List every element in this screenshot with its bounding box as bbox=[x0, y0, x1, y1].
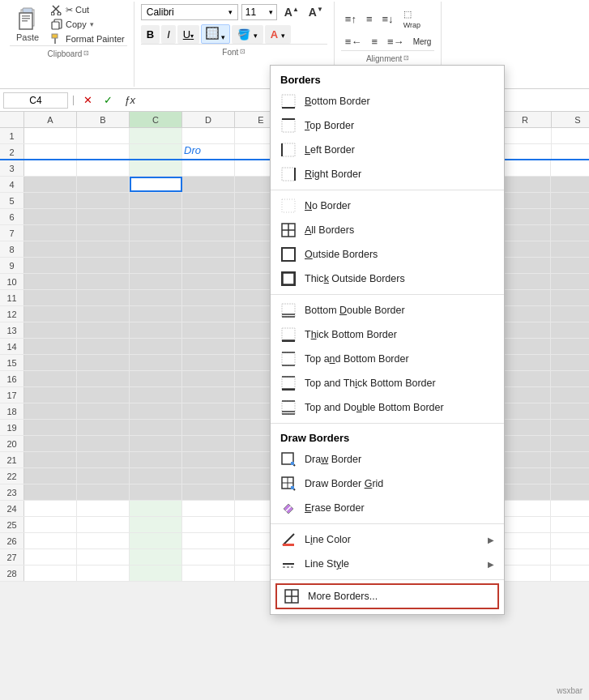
row-header-11[interactable]: 11 bbox=[0, 290, 24, 305]
cell-D7[interactable] bbox=[182, 225, 235, 241]
cell-D24[interactable] bbox=[182, 501, 235, 516]
cell-R17[interactable] bbox=[498, 387, 551, 403]
cell-B20[interactable] bbox=[77, 436, 130, 451]
cell-A13[interactable] bbox=[24, 322, 77, 338]
cell-C6[interactable] bbox=[130, 209, 182, 224]
cell-C8[interactable] bbox=[130, 241, 182, 257]
row-header-27[interactable]: 27 bbox=[0, 549, 24, 565]
insert-function-button[interactable]: ƒx bbox=[120, 92, 139, 109]
cell-B14[interactable] bbox=[77, 339, 130, 354]
cell-D8[interactable] bbox=[182, 241, 235, 257]
font-color-button[interactable]: A ▾ bbox=[265, 25, 291, 44]
dropdown-item-no-border[interactable]: No Border bbox=[271, 194, 504, 218]
cell-B13[interactable] bbox=[77, 322, 130, 338]
cell-S4[interactable] bbox=[551, 177, 589, 192]
cell-A27[interactable] bbox=[24, 549, 77, 565]
cell-R23[interactable] bbox=[498, 484, 551, 500]
cell-B17[interactable] bbox=[77, 387, 130, 403]
dropdown-item-erase-border[interactable]: Erase Border bbox=[271, 496, 504, 520]
dropdown-item-more-borders[interactable]: More Borders... bbox=[275, 583, 499, 609]
cell-S2[interactable] bbox=[552, 144, 589, 159]
cell-C7[interactable] bbox=[130, 225, 182, 241]
cell-S19[interactable] bbox=[551, 420, 589, 435]
cell-B28[interactable] bbox=[77, 566, 130, 581]
cell-S26[interactable] bbox=[551, 533, 589, 548]
dropdown-item-draw-border-grid[interactable]: Draw Border Grid bbox=[271, 472, 504, 496]
cell-R12[interactable] bbox=[498, 306, 551, 322]
cell-R19[interactable] bbox=[498, 420, 551, 435]
cell-reference-box[interactable] bbox=[3, 92, 68, 109]
col-header-R[interactable]: R bbox=[499, 112, 552, 127]
cell-A8[interactable] bbox=[24, 241, 77, 257]
cell-S17[interactable] bbox=[551, 387, 589, 403]
cut-button[interactable]: ✂ Cut bbox=[49, 3, 127, 16]
cell-D20[interactable] bbox=[182, 436, 235, 451]
align-center-button[interactable]: ≡ bbox=[367, 33, 382, 50]
cell-C16[interactable] bbox=[130, 371, 182, 386]
cell-D6[interactable] bbox=[182, 209, 235, 224]
row-header-9[interactable]: 9 bbox=[0, 258, 24, 273]
cell-A20[interactable] bbox=[24, 436, 77, 451]
col-header-C[interactable]: C bbox=[130, 112, 182, 127]
cell-B25[interactable] bbox=[77, 517, 130, 532]
cell-S13[interactable] bbox=[551, 322, 589, 338]
fill-color-button[interactable]: 🪣 ▾ bbox=[232, 25, 263, 44]
cell-A11[interactable] bbox=[24, 290, 77, 305]
cell-S5[interactable] bbox=[551, 193, 589, 208]
font-expand-icon[interactable]: ⊡ bbox=[240, 48, 245, 55]
cell-D1[interactable] bbox=[182, 128, 235, 143]
cell-D12[interactable] bbox=[182, 306, 235, 322]
cell-A6[interactable] bbox=[24, 209, 77, 224]
underline-button[interactable]: U▾ bbox=[177, 25, 199, 44]
cell-D19[interactable] bbox=[182, 420, 235, 435]
row-header-15[interactable]: 15 bbox=[0, 355, 24, 370]
dropdown-item-left-border[interactable]: Left Border bbox=[271, 138, 504, 162]
cell-C10[interactable] bbox=[130, 274, 182, 289]
cell-S14[interactable] bbox=[551, 339, 589, 354]
cell-C13[interactable] bbox=[130, 322, 182, 338]
cell-B22[interactable] bbox=[77, 468, 130, 484]
cell-B19[interactable] bbox=[77, 420, 130, 435]
cell-R5[interactable] bbox=[498, 193, 551, 208]
cell-A26[interactable] bbox=[24, 533, 77, 548]
row-header-20[interactable]: 20 bbox=[0, 436, 24, 451]
cell-A15[interactable] bbox=[24, 355, 77, 370]
cell-R4[interactable] bbox=[498, 177, 551, 192]
cell-D2[interactable]: Dro bbox=[182, 144, 235, 159]
row-header-14[interactable]: 14 bbox=[0, 339, 24, 354]
dropdown-item-line-style[interactable]: Line Style ▶ bbox=[271, 552, 504, 576]
cell-A24[interactable] bbox=[24, 501, 77, 516]
cancel-formula-button[interactable]: ✕ bbox=[79, 92, 96, 109]
cell-B24[interactable] bbox=[77, 501, 130, 516]
row-header-22[interactable]: 22 bbox=[0, 468, 24, 484]
cell-S23[interactable] bbox=[551, 484, 589, 500]
cell-B3[interactable] bbox=[77, 160, 130, 176]
cell-R20[interactable] bbox=[498, 436, 551, 451]
cell-C28[interactable] bbox=[130, 566, 182, 581]
cell-R13[interactable] bbox=[498, 322, 551, 338]
row-header-16[interactable]: 16 bbox=[0, 371, 24, 386]
cell-B27[interactable] bbox=[77, 549, 130, 565]
row-header-5[interactable]: 5 bbox=[0, 193, 24, 208]
cell-C12[interactable] bbox=[130, 306, 182, 322]
cell-D26[interactable] bbox=[182, 533, 235, 548]
cell-A1[interactable] bbox=[24, 128, 77, 143]
col-header-D[interactable]: D bbox=[182, 112, 235, 127]
cell-B7[interactable] bbox=[77, 225, 130, 241]
cell-B26[interactable] bbox=[77, 533, 130, 548]
row-header-13[interactable]: 13 bbox=[0, 322, 24, 338]
cell-C27[interactable] bbox=[130, 549, 182, 565]
paste-button[interactable]: Paste bbox=[10, 3, 45, 45]
cell-D13[interactable] bbox=[182, 322, 235, 338]
dropdown-item-draw-border[interactable]: Draw Border bbox=[271, 447, 504, 472]
row-header-10[interactable]: 10 bbox=[0, 274, 24, 289]
cell-S18[interactable] bbox=[551, 403, 589, 419]
cell-A18[interactable] bbox=[24, 403, 77, 419]
cell-D22[interactable] bbox=[182, 468, 235, 484]
dropdown-item-top-double-bottom[interactable]: Top and Double Bottom Border bbox=[271, 395, 504, 420]
cell-C19[interactable] bbox=[130, 420, 182, 435]
dropdown-item-thick-bottom[interactable]: Thick Bottom Border bbox=[271, 322, 504, 347]
confirm-formula-button[interactable]: ✓ bbox=[100, 92, 117, 109]
dropdown-item-thick-outside[interactable]: Thick Outside Borders bbox=[271, 267, 504, 291]
borders-button[interactable]: ▾ bbox=[201, 24, 230, 44]
